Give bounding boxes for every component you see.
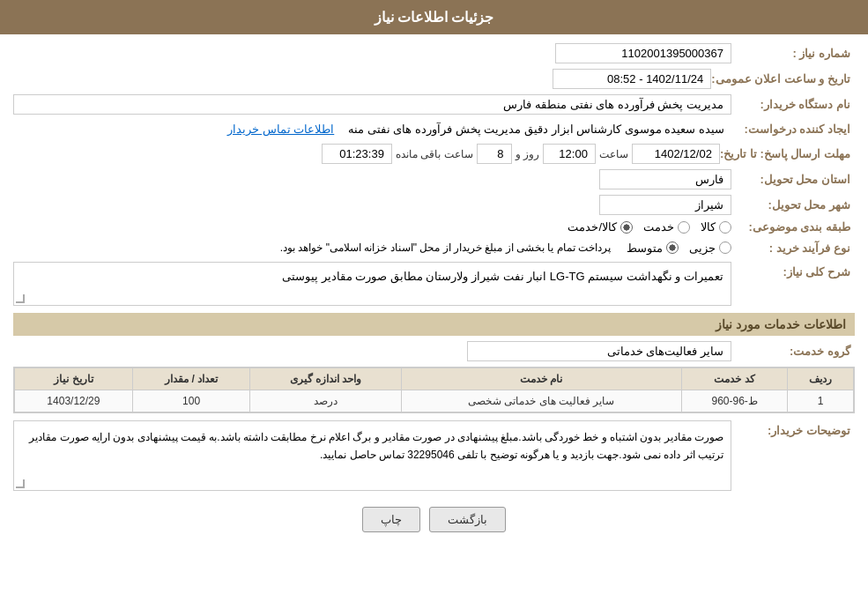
- announce-date-label: تاریخ و ساعت اعلان عمومی:: [711, 72, 855, 85]
- page-title: جزئیات اطلاعات نیاز: [375, 10, 494, 25]
- response-deadline-row: مهلت ارسال پاسخ: تا تاریخ: 1402/12/02 سا…: [13, 144, 855, 164]
- need-number-value: 1102001395000367: [555, 43, 731, 63]
- response-date: 1402/12/02: [632, 144, 720, 164]
- purchase-option-jozi[interactable]: جزیی: [689, 241, 731, 255]
- buyer-org-row: نام دستگاه خریدار: مدیریت پخش فرآورده ها…: [13, 94, 855, 115]
- table-cell: درصد: [250, 390, 401, 412]
- need-desc-value: تعمیرات و نگهداشت سیستم LG-TG انبار نفت …: [282, 270, 723, 283]
- category-label-khadamat: خدمت: [643, 220, 674, 234]
- purchase-option-mota[interactable]: متوسط: [627, 241, 679, 255]
- service-group-label: گروه خدمت:: [731, 345, 855, 358]
- table-cell: 100: [132, 390, 250, 412]
- buyer-notes-row: توضیحات خریدار: صورت مقادیر بدون اشتباه …: [13, 420, 855, 498]
- category-label: طبقه بندی موضوعی:: [731, 220, 855, 234]
- col-header-code: کد خدمت: [681, 368, 787, 390]
- col-header-date: تاریخ نیاز: [15, 368, 133, 390]
- announce-date-value: 1402/11/24 - 08:52: [553, 69, 711, 89]
- purchase-note: پرداخت تمام یا بخشی از مبلغ خریدار از مح…: [273, 239, 618, 256]
- service-group-row: گروه خدمت: سایر فعالیت‌های خدماتی: [13, 341, 855, 361]
- city-value: شیراز: [599, 195, 731, 215]
- remaining-label: ساعت باقی مانده: [396, 148, 473, 160]
- province-row: استان محل تحویل: فارس: [13, 169, 855, 189]
- resize-handle[interactable]: [16, 294, 25, 303]
- category-radio-both: [620, 221, 633, 234]
- category-option-khadamat[interactable]: خدمت: [643, 220, 690, 234]
- page-header: جزئیات اطلاعات نیاز: [0, 0, 868, 34]
- table-row: 1ط-96-960سایر فعالیت های خدماتی شخصیدرصد…: [15, 390, 854, 412]
- response-deadline-label: مهلت ارسال پاسخ: تا تاریخ:: [720, 147, 855, 160]
- print-button[interactable]: چاپ: [362, 507, 420, 532]
- response-time: 12:00: [543, 144, 596, 164]
- city-row: شهر محل تحویل: شیراز: [13, 195, 855, 215]
- purchase-type-row: نوع فرآیند خرید : جزیی متوسط پرداخت تمام…: [13, 239, 855, 256]
- buyer-notes-label: توضیحات خریدار:: [731, 420, 855, 437]
- services-table: ردیف کد خدمت نام خدمت واحد اندازه گیری ت…: [14, 368, 854, 412]
- table-body: 1ط-96-960سایر فعالیت های خدماتی شخصیدرصد…: [15, 390, 854, 412]
- col-header-radif: ردیف: [788, 368, 854, 390]
- table-cell: سایر فعالیت های خدماتی شخصی: [401, 390, 681, 412]
- buyer-notes-value: صورت مقادیر بدون اشتباه و خط خوردگی باشد…: [29, 431, 723, 461]
- col-header-unit: واحد اندازه گیری: [250, 368, 401, 390]
- province-value: فارس: [599, 169, 731, 189]
- service-group-value: سایر فعالیت‌های خدماتی: [467, 341, 731, 361]
- button-row: بازگشت چاپ: [13, 507, 855, 532]
- need-number-label: شماره نیاز :: [731, 47, 855, 60]
- services-header: اطلاعات خدمات مورد نیاز: [13, 313, 855, 336]
- purchase-radio-mota: [666, 241, 679, 254]
- col-header-qty: تعداد / مقدار: [132, 368, 250, 390]
- category-radio-khadamat: [678, 221, 690, 234]
- buyer-org-label: نام دستگاه خریدار:: [731, 98, 855, 111]
- category-radio-kala: [719, 221, 731, 234]
- notes-resize-handle[interactable]: [16, 479, 25, 488]
- category-label-both: کالا/خدمت: [568, 220, 617, 234]
- purchase-type-label: نوع فرآیند خرید :: [731, 241, 855, 255]
- response-remaining: 01:23:39: [322, 144, 392, 164]
- creator-link[interactable]: اطلاعات تماس خریدار: [227, 123, 334, 136]
- purchase-label-jozi: جزیی: [689, 241, 716, 255]
- time-label: ساعت: [599, 148, 628, 160]
- buyer-org-value: مدیریت پخش فرآورده های نفتی منطقه فارس: [13, 94, 731, 115]
- announce-date-row: تاریخ و ساعت اعلان عمومی: 1402/11/24 - 0…: [13, 69, 855, 89]
- response-days: 8: [477, 144, 512, 164]
- need-desc-row: شرح کلی نیاز: تعمیرات و نگهداشت سیستم LG…: [13, 262, 855, 306]
- purchase-radio-jozi: [719, 241, 731, 254]
- category-row: طبقه بندی موضوعی: کالا خدمت کالا/خدمت: [13, 220, 855, 234]
- purchase-label-mota: متوسط: [627, 241, 663, 255]
- days-label: روز و: [516, 148, 539, 160]
- need-desc-box: تعمیرات و نگهداشت سیستم LG-TG انبار نفت …: [13, 262, 731, 306]
- table-cell: ط-96-960: [681, 390, 787, 412]
- need-desc-label: شرح کلی نیاز:: [731, 262, 855, 279]
- table-header-row: ردیف کد خدمت نام خدمت واحد اندازه گیری ت…: [15, 368, 854, 390]
- category-option-kala[interactable]: کالا: [701, 220, 731, 234]
- purchase-radio-group: جزیی متوسط: [627, 241, 731, 255]
- category-option-both[interactable]: کالا/خدمت: [568, 220, 633, 234]
- col-header-name: نام خدمت: [401, 368, 681, 390]
- table-cell: 1: [788, 390, 854, 412]
- need-number-row: شماره نیاز : 1102001395000367: [13, 43, 855, 63]
- buyer-notes-box: صورت مقادیر بدون اشتباه و خط خوردگی باشد…: [13, 420, 731, 491]
- services-table-container: ردیف کد خدمت نام خدمت واحد اندازه گیری ت…: [13, 367, 855, 413]
- creator-label: ایجاد کننده درخواست:: [731, 123, 855, 136]
- province-label: استان محل تحویل:: [731, 173, 855, 186]
- city-label: شهر محل تحویل:: [731, 198, 855, 212]
- table-cell: 1403/12/29: [15, 390, 133, 412]
- creator-row: ایجاد کننده درخواست: سیده سعیده موسوی کا…: [13, 120, 855, 138]
- category-label-kala: کالا: [701, 220, 716, 234]
- category-radio-group: کالا خدمت کالا/خدمت: [568, 220, 731, 234]
- back-button[interactable]: بازگشت: [429, 507, 506, 532]
- creator-value: سیده سعیده موسوی کارشناس ابزار دقیق مدیر…: [341, 120, 731, 138]
